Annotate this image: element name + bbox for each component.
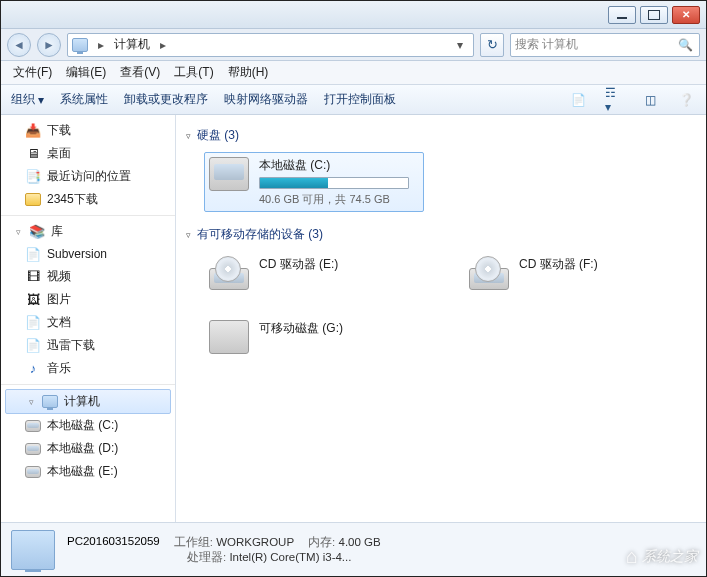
workgroup-value: WORKGROUP (216, 536, 294, 548)
sidebar-item-downloads[interactable]: 📥下载 (1, 119, 175, 142)
search-icon: 🔍 (678, 38, 693, 52)
sidebar-item-music[interactable]: ♪音乐 (1, 357, 175, 380)
memory-value: 4.00 GB (339, 536, 381, 548)
view-options-button[interactable]: ☶ ▾ (604, 90, 624, 110)
sidebar-item-computer[interactable]: ▿计算机 (5, 389, 171, 414)
breadcrumb[interactable]: ▸ 计算机 ▸ ▾ (67, 33, 474, 57)
control-panel-button[interactable]: 打开控制面板 (324, 91, 396, 108)
sidebar-item-local-e[interactable]: 本地磁盘 (E:) (1, 460, 175, 483)
cd-icon (209, 256, 249, 290)
search-placeholder: 搜索 计算机 (515, 36, 578, 53)
sidebar: 📥下载 🖥桌面 📑最近访问的位置 2345下载 ▿📚库 📄Subversion … (1, 115, 176, 522)
system-properties-button[interactable]: 系统属性 (60, 91, 108, 108)
collapse-icon: ▿ (186, 131, 191, 141)
sidebar-item-local-d[interactable]: 本地磁盘 (D:) (1, 437, 175, 460)
sidebar-item-pictures[interactable]: 🖼图片 (1, 288, 175, 311)
sidebar-item-subversion[interactable]: 📄Subversion (1, 243, 175, 265)
menu-help[interactable]: 帮助(H) (228, 64, 269, 81)
toolbar: 组织 ▾ 系统属性 卸载或更改程序 映射网络驱动器 打开控制面板 📄 ☶ ▾ ◫… (1, 85, 706, 115)
sidebar-item-documents[interactable]: 📄文档 (1, 311, 175, 334)
close-button[interactable] (672, 6, 700, 24)
group-removable[interactable]: ▿有可移动存储的设备 (3) (186, 226, 696, 243)
cpu-value: Intel(R) Core(TM) i3-4... (229, 551, 351, 563)
menu-tools[interactable]: 工具(T) (174, 64, 213, 81)
sidebar-item-recent[interactable]: 📑最近访问的位置 (1, 165, 175, 188)
computer-icon (72, 38, 88, 52)
dropdown-icon[interactable]: ▾ (451, 38, 469, 52)
drive-label: CD 驱动器 (E:) (259, 256, 338, 290)
computer-name: PC201603152059 (67, 535, 160, 550)
menu-view[interactable]: 查看(V) (120, 64, 160, 81)
drive-label: 本地磁盘 (C:) (259, 157, 409, 174)
sidebar-group-libraries[interactable]: ▿📚库 (1, 220, 175, 243)
menu-bar: 文件(F) 编辑(E) 查看(V) 工具(T) 帮助(H) (1, 61, 706, 85)
map-network-button[interactable]: 映射网络驱动器 (224, 91, 308, 108)
drive-local-c[interactable]: 本地磁盘 (C:) 40.6 GB 可用，共 74.5 GB (204, 152, 424, 212)
drive-removable-g[interactable]: 可移动磁盘 (G:) (204, 315, 424, 359)
main-pane: ▿硬盘 (3) 本地磁盘 (C:) 40.6 GB 可用，共 74.5 GB ▿… (176, 115, 706, 522)
details-pane: PC201603152059 工作组: WORKGROUP 内存: 4.00 G… (1, 522, 706, 576)
chevron-down-icon: ▾ (38, 93, 44, 107)
preview-pane-button[interactable]: ◫ (640, 90, 660, 110)
view-mode-button[interactable]: 📄 (568, 90, 588, 110)
collapse-icon: ▿ (186, 230, 191, 240)
chevron-icon: ▸ (154, 38, 172, 52)
sidebar-item-desktop[interactable]: 🖥桌面 (1, 142, 175, 165)
sidebar-item-local-c[interactable]: 本地磁盘 (C:) (1, 414, 175, 437)
refresh-button[interactable]: ↻ (480, 33, 504, 57)
sidebar-item-2345[interactable]: 2345下载 (1, 188, 175, 211)
removable-icon (209, 320, 249, 354)
drive-label: 可移动磁盘 (G:) (259, 320, 343, 354)
maximize-button[interactable] (640, 6, 668, 24)
organize-button[interactable]: 组织 ▾ (11, 91, 44, 108)
breadcrumb-root[interactable]: 计算机 (114, 36, 150, 53)
minimize-button[interactable] (608, 6, 636, 24)
hdd-icon (209, 157, 249, 191)
cd-icon (469, 256, 509, 290)
help-button[interactable]: ❔ (676, 90, 696, 110)
sidebar-item-videos[interactable]: 🎞视频 (1, 265, 175, 288)
computer-icon (11, 530, 55, 570)
nav-forward-button[interactable]: ► (37, 33, 61, 57)
drive-free-text: 40.6 GB 可用，共 74.5 GB (259, 192, 409, 207)
drive-cd-e[interactable]: CD 驱动器 (E:) (204, 251, 424, 295)
sidebar-item-xunlei[interactable]: 📄迅雷下载 (1, 334, 175, 357)
uninstall-button[interactable]: 卸载或更改程序 (124, 91, 208, 108)
chevron-icon: ▸ (92, 38, 110, 52)
group-hard-disks[interactable]: ▿硬盘 (3) (186, 127, 696, 144)
menu-edit[interactable]: 编辑(E) (66, 64, 106, 81)
menu-file[interactable]: 文件(F) (13, 64, 52, 81)
title-bar (1, 1, 706, 29)
drive-label: CD 驱动器 (F:) (519, 256, 598, 290)
nav-back-button[interactable]: ◄ (7, 33, 31, 57)
usage-bar (259, 177, 409, 189)
search-input[interactable]: 搜索 计算机 🔍 (510, 33, 700, 57)
drive-cd-f[interactable]: CD 驱动器 (F:) (464, 251, 684, 295)
address-row: ◄ ► ▸ 计算机 ▸ ▾ ↻ 搜索 计算机 🔍 (1, 29, 706, 61)
